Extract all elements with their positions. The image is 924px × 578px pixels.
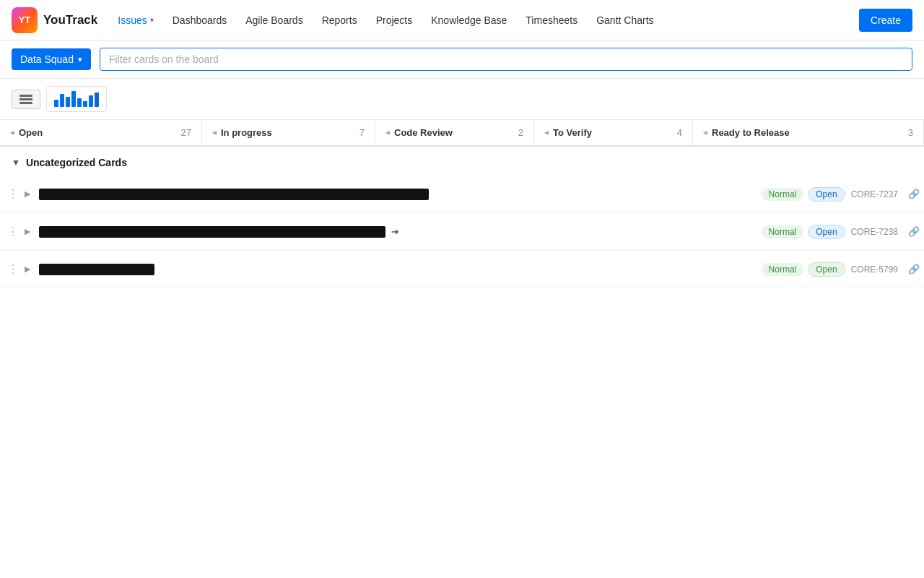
nav-item-issues[interactable]: Issues ▾ <box>109 10 162 30</box>
logo-icon: YT <box>12 7 38 33</box>
card-title-2: ➔ <box>33 226 762 238</box>
card-tags-3: Normal Open <box>762 262 851 277</box>
priority-badge-3: Normal <box>762 263 804 276</box>
status-badge-2: Open <box>808 225 845 239</box>
toolbar: Data Squad ▾ <box>0 40 924 79</box>
section-title: Uncategorized Cards <box>26 157 127 168</box>
col-arrow-codereview: ◂ <box>385 128 390 137</box>
col-count-toverify: 4 <box>677 127 682 138</box>
card-title-3 <box>33 264 762 275</box>
row-expand-icon[interactable]: ▶ <box>22 227 33 236</box>
priority-badge-1: Normal <box>762 188 804 201</box>
logo-area: YT YouTrack <box>12 7 97 33</box>
section-collapse-icon: ▼ <box>12 158 20 168</box>
col-count-open: 27 <box>181 127 191 138</box>
squad-button[interactable]: Data Squad ▾ <box>12 48 91 70</box>
board-view-button[interactable] <box>46 86 107 112</box>
col-label-inprogress: In progress <box>221 127 272 138</box>
row-dots-icon[interactable]: ⋮ <box>4 264 22 275</box>
squad-chevron-icon: ▾ <box>78 55 82 64</box>
card-id-3[interactable]: CORE-5799 <box>851 264 907 275</box>
col-label-toverify: To Verify <box>553 127 592 138</box>
brand-name: YouTrack <box>43 13 97 27</box>
col-arrow-inprogress: ◂ <box>212 128 217 137</box>
col-arrow-ready: ◂ <box>703 128 707 137</box>
card-id-1[interactable]: CORE-7237 <box>851 189 907 199</box>
row-expand-icon[interactable]: ▶ <box>22 189 33 199</box>
priority-badge-2: Normal <box>762 225 804 238</box>
filter-input[interactable] <box>100 48 912 71</box>
board-content: ▼ Uncategorized Cards ⋮ ▶ Normal Open CO… <box>0 147 924 288</box>
link-icon-1: 🔗 <box>908 189 920 199</box>
row-expand-icon[interactable]: ▶ <box>22 264 33 274</box>
status-badge-3: Open <box>808 262 845 277</box>
col-arrow-toverify: ◂ <box>544 128 549 137</box>
row-dots-icon[interactable]: ⋮ <box>4 189 22 200</box>
column-codereview: ◂ Code Review 2 <box>375 120 534 145</box>
view-controls <box>0 79 924 120</box>
status-badge-1: Open <box>808 187 845 202</box>
create-button[interactable]: Create <box>859 9 912 32</box>
list-view-button[interactable] <box>12 90 40 109</box>
card-id-2[interactable]: CORE-7238 <box>851 227 907 237</box>
column-toverify: ◂ To Verify 4 <box>534 120 693 145</box>
board-icon <box>54 91 99 107</box>
row-dots-icon[interactable]: ⋮ <box>4 226 22 238</box>
col-count-inprogress: 7 <box>359 127 365 138</box>
card-tags-2: Normal Open <box>762 225 851 239</box>
redacted-title-1 <box>39 189 429 200</box>
columns-header: ◂ Open 27 ◂ In progress 7 ◂ Code Review … <box>0 120 924 147</box>
col-label-ready: Ready to Release <box>712 127 790 138</box>
column-open: ◂ Open 27 <box>0 120 202 145</box>
nav-item-knowledge-base[interactable]: Knowledge Base <box>422 10 515 30</box>
nav-item-projects[interactable]: Projects <box>367 10 422 30</box>
nav-item-dashboards[interactable]: Dashboards <box>164 10 236 30</box>
list-icon <box>19 95 32 104</box>
redacted-title-2 <box>39 226 385 238</box>
table-row: ⋮ ▶ Normal Open CORE-5799 🔗 <box>0 251 924 288</box>
col-count-codereview: 2 <box>518 127 523 138</box>
nav-links: Issues ▾ Dashboards Agile Boards Reports… <box>109 10 859 30</box>
section-header[interactable]: ▼ Uncategorized Cards <box>0 147 924 176</box>
card-tags-1: Normal Open <box>762 187 851 202</box>
col-arrow-open: ◂ <box>10 128 14 137</box>
nav-item-gantt-charts[interactable]: Gantt Charts <box>588 10 662 30</box>
col-label-codereview: Code Review <box>394 127 453 138</box>
link-icon-2: 🔗 <box>908 226 920 237</box>
card-title-1 <box>33 189 762 200</box>
column-ready: ◂ Ready to Release 3 <box>693 120 924 145</box>
col-label-open: Open <box>19 127 43 138</box>
nav-item-reports[interactable]: Reports <box>313 10 366 30</box>
table-row: ⋮ ▶ ➔ Normal Open CORE-7238 🔗 <box>0 213 924 251</box>
navbar: YT YouTrack Issues ▾ Dashboards Agile Bo… <box>0 0 924 40</box>
nav-item-timesheets[interactable]: Timesheets <box>517 10 586 30</box>
redacted-title-3 <box>39 264 154 275</box>
arrow-icon: ➔ <box>391 226 399 237</box>
chevron-down-icon: ▾ <box>150 16 154 24</box>
nav-item-agile-boards[interactable]: Agile Boards <box>237 10 311 30</box>
col-count-ready: 3 <box>908 127 913 138</box>
link-icon-3: 🔗 <box>908 264 920 275</box>
column-inprogress: ◂ In progress 7 <box>202 120 375 145</box>
table-row: ⋮ ▶ Normal Open CORE-7237 🔗 <box>0 176 924 213</box>
